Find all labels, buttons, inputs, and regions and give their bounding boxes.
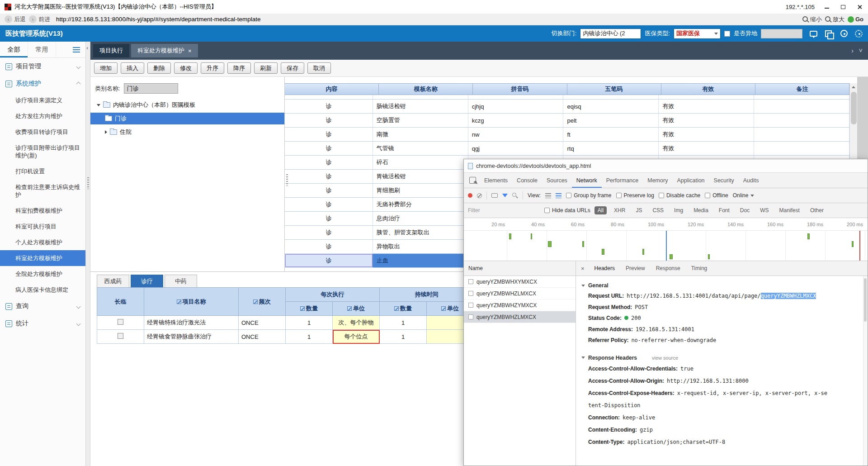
sidebar-item[interactable]: 全院处方模板维护	[0, 266, 85, 282]
column-header[interactable]: 有效	[661, 84, 755, 95]
checkbox[interactable]	[566, 193, 571, 198]
eye-icon[interactable]	[840, 30, 848, 37]
scroll-thumb[interactable]	[851, 92, 857, 124]
sidebar-item[interactable]: 收费项目转诊疗项目	[0, 124, 85, 140]
drag-handle[interactable]	[286, 174, 288, 186]
hide-data-urls-option[interactable]: Hide data URLs	[544, 207, 590, 214]
filter-pill[interactable]: Img	[671, 206, 686, 214]
record-button[interactable]	[468, 193, 472, 198]
request-row[interactable]: queryYZMBWHXYMXCX	[464, 276, 576, 288]
tab-performance[interactable]: Performance	[602, 173, 643, 188]
preserve-log-option[interactable]: Preserve log	[616, 192, 654, 199]
table-row[interactable]	[285, 95, 849, 100]
sidebar-item-selected[interactable]: 科室处方模板维护	[0, 250, 85, 266]
sidebar-item[interactable]: 科室可执行项目	[0, 219, 85, 234]
sidebar-group-query[interactable]: 查询	[0, 298, 85, 315]
sidebar-item[interactable]: 处方发往方向维护	[0, 108, 85, 124]
message-icon[interactable]	[810, 31, 817, 37]
table-row[interactable]: 诊肠镜活检钳cjhjqeqisq有效	[285, 100, 849, 114]
request-row[interactable]: queryYZMBWHZLMXCX	[464, 288, 576, 300]
forward-button[interactable]: 前进	[29, 15, 50, 24]
insurance-type-select[interactable]: 国家医保	[674, 29, 721, 39]
tab-treatment[interactable]: 诊疗	[131, 275, 163, 287]
hamburger-icon[interactable]	[73, 47, 80, 52]
offsite-input[interactable]	[761, 29, 802, 38]
url-field[interactable]: http://192.168.5.131:8000/his-yj/app/#/s…	[56, 16, 799, 23]
checkbox[interactable]	[616, 193, 622, 198]
delete-button[interactable]: 删除	[147, 62, 171, 74]
save-button[interactable]: 保存	[281, 62, 304, 74]
tree-node-outpatient[interactable]: 门诊	[90, 113, 284, 124]
refresh-button[interactable]: 刷新	[254, 62, 278, 74]
table-row[interactable]: 经胃镜特殊治疗激光法 ONCE 1 次、每个肿物 1	[97, 316, 474, 330]
group-by-frame-option[interactable]: Group by frame	[566, 192, 611, 199]
disable-cache-option[interactable]: Disable cache	[659, 192, 700, 199]
tab-headers[interactable]: Headers	[590, 261, 620, 276]
table-row[interactable]: 诊南微nwft有效	[285, 128, 849, 142]
sidebar-group-project[interactable]: 项目管理	[0, 58, 85, 75]
request-row[interactable]: queryYZMBWHZYMXCX	[464, 300, 576, 311]
close-detail-icon[interactable]: ×	[577, 261, 589, 276]
tab-audits[interactable]: Audits	[739, 173, 764, 188]
tab-western-medicine[interactable]: 西成药	[97, 275, 129, 287]
sidebar-item[interactable]: 病人医保卡信息绑定	[0, 282, 85, 298]
tab-network[interactable]: Network	[572, 173, 602, 188]
filter-pill[interactable]: Doc	[737, 206, 753, 214]
unit-cell-highlighted[interactable]: 每个位点	[333, 330, 380, 344]
duration-quantity-cell[interactable]: 1	[380, 330, 427, 344]
row-checkbox[interactable]	[118, 319, 123, 325]
column-header[interactable]: 内容	[285, 84, 379, 95]
sidebar-item[interactable]: 诊疗项目来源定义	[0, 92, 85, 108]
clear-icon[interactable]	[477, 193, 482, 198]
layers-icon[interactable]	[825, 30, 833, 38]
sidebar-item[interactable]: 打印机设置	[0, 163, 85, 179]
inspect-element-icon[interactable]	[469, 177, 476, 184]
scroll-up-button[interactable]	[850, 83, 857, 91]
response-headers-title[interactable]: Response Headers view source	[581, 355, 861, 361]
offsite-checkbox[interactable]	[724, 31, 730, 37]
quantity-cell[interactable]: 1	[286, 330, 333, 344]
item-name-cell[interactable]: 经胃镜特殊治疗激光法	[144, 316, 239, 330]
drag-handle[interactable]	[87, 177, 89, 189]
checkbox[interactable]	[705, 193, 710, 198]
tab-application[interactable]: Application	[672, 173, 709, 188]
tree-node-inpatient[interactable]: 住院	[90, 126, 284, 138]
tab-scroll-right-icon[interactable]	[851, 47, 854, 54]
tab-response[interactable]: Response	[651, 261, 685, 276]
zoom-in-button[interactable]: 放大	[825, 15, 844, 24]
go-button[interactable]: Go	[848, 16, 863, 23]
tab-chinese-medicine[interactable]: 中药	[165, 275, 197, 287]
column-header[interactable]: 单位	[333, 302, 380, 316]
column-header[interactable]: 模板名称	[379, 84, 473, 95]
general-section-title[interactable]: General	[581, 282, 861, 289]
back-button[interactable]: 后退	[5, 15, 26, 24]
quantity-cell[interactable]: 1	[286, 316, 333, 330]
duration-quantity-cell[interactable]: 1	[380, 316, 427, 330]
column-group-header[interactable]: 持续时间	[380, 288, 474, 302]
switch-dept-input[interactable]: 内镜诊治中心 (2	[580, 29, 641, 39]
request-row-selected[interactable]: queryYZMBWHZLMXCX	[464, 311, 576, 323]
category-name-input[interactable]: 门诊	[124, 83, 178, 94]
filter-pill[interactable]: Font	[716, 206, 733, 214]
sort-asc-button[interactable]: 升序	[201, 62, 224, 74]
caret-down-icon[interactable]	[97, 104, 100, 106]
filter-icon[interactable]	[502, 194, 508, 197]
cancel-button[interactable]: 取消	[307, 62, 331, 74]
tab-memory[interactable]: Memory	[643, 173, 672, 188]
search-icon[interactable]	[512, 193, 518, 199]
close-button[interactable]	[855, 3, 863, 10]
column-header[interactable]: 数量	[380, 302, 427, 316]
table-row[interactable]: 经胃镜食管静脉曲张治疗 ONCE 1 每个位点 1	[97, 330, 474, 344]
caret-right-icon[interactable]	[105, 130, 107, 134]
sidebar-item[interactable]: 诊疗项目附带出诊疗项目维护(新)	[0, 140, 85, 163]
column-header[interactable]: 长临	[97, 288, 144, 316]
scroll-thumb[interactable]	[864, 278, 867, 322]
sidebar-tab-all[interactable]: 全部	[0, 42, 28, 57]
view-source-link[interactable]: view source	[652, 355, 678, 361]
sidebar-group-stats[interactable]: 统计	[0, 315, 85, 332]
view-list-icon[interactable]	[545, 193, 551, 198]
sidebar-item[interactable]: 检查前注意要主诉病史维护	[0, 179, 85, 203]
column-header[interactable]: 项目名称	[144, 288, 239, 316]
column-header[interactable]: 五笔码	[567, 84, 661, 95]
tab-project-execution[interactable]: 项目执行	[93, 44, 129, 57]
